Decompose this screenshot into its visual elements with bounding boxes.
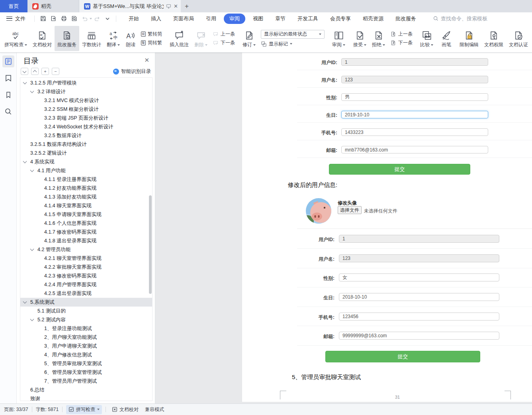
toc-expand-all-button[interactable] [21, 68, 28, 75]
read-aloud-button[interactable]: A 朗读 [123, 25, 139, 52]
compare-button[interactable]: 比较 [417, 25, 436, 52]
prev-comment-button[interactable]: 上一条 [213, 31, 235, 37]
doc-proof-button[interactable]: a- 文档校对 [30, 25, 55, 52]
find-panel-button[interactable] [2, 106, 14, 118]
toc-item[interactable]: 4 系统实现 [20, 157, 152, 166]
file-menu-button[interactable]: 文件 [6, 15, 31, 22]
doc-certification-button[interactable]: 文档认证 [506, 25, 531, 52]
toc-item[interactable]: 5、管理员审批聊天室测试 [20, 359, 152, 368]
accept-button[interactable]: 接受 [350, 25, 369, 52]
redo-button[interactable] [92, 14, 102, 23]
track-changes-button[interactable]: 修订 [240, 25, 258, 52]
trad-to-simp-button[interactable]: 简繁转简 [141, 31, 162, 37]
toc-item[interactable]: 4.1.8 退出登录界面实现 [20, 236, 152, 245]
prev-change-button[interactable]: 上一条 [390, 31, 413, 37]
toc-scrollbar-thumb[interactable] [149, 195, 152, 294]
toc-item[interactable]: 3.2.5 数据库设计 [20, 131, 152, 140]
document-page[interactable]: 用户ID: 1 用户名: 123 性别: 男 生日: 2019-10-10 手机… [242, 53, 532, 402]
menu-page-layout[interactable]: 页面布局 [167, 14, 200, 24]
status-doc-proof-button[interactable]: 文档校对 [110, 405, 141, 414]
restrict-editing-button[interactable]: 限制编辑 [457, 25, 481, 52]
toc-item[interactable]: 3、用户申请聊天室测试 [20, 342, 152, 350]
show-markup-button[interactable]: 显示标记 [261, 41, 325, 47]
next-comment-button[interactable]: 下一条 [213, 39, 235, 46]
menu-docer-res[interactable]: 稻壳资源 [357, 14, 389, 24]
tab-home[interactable]: 首页 [0, 0, 27, 12]
status-spell-check-toggle[interactable]: 拼写检查 [66, 405, 102, 414]
toc-item[interactable]: 5.1 测试目的 [20, 307, 152, 315]
toc-close-icon[interactable]: ✕ [144, 57, 149, 64]
markup-state-dropdown[interactable]: 显示标记的最终状态 [261, 30, 325, 39]
sync-screen-icon[interactable] [166, 4, 171, 9]
toc-item[interactable]: 4.1.2 好友功能界面实现 [20, 184, 152, 193]
toc-item[interactable]: 4.1.6 个人信息界面实现 [20, 219, 152, 228]
menu-section[interactable]: 章节 [269, 14, 291, 24]
toc-item[interactable]: 3.2 详细设计 [20, 87, 152, 96]
toc-zoom-out-button[interactable]: − [52, 68, 59, 75]
simp-to-trad-button[interactable]: 繁简转繁 [141, 39, 162, 46]
menu-correction[interactable]: 批改服务 [389, 14, 422, 24]
undo-button[interactable] [79, 14, 90, 23]
toc-item[interactable]: 3.1.2.5 用户管理模块 [20, 79, 152, 87]
toc-item[interactable]: 6、管理员聊天室管理测试 [20, 368, 152, 377]
toc-item[interactable]: 4.2.2 审批聊天室界面实现 [20, 263, 152, 271]
toc-item[interactable]: 4.2.4 用户管理界面实现 [20, 280, 152, 289]
toc-item[interactable]: 4.1.5 申请聊天室界面实现 [20, 210, 152, 219]
menu-references[interactable]: 引用 [200, 14, 222, 24]
menu-review[interactable]: 审阅 [224, 14, 245, 24]
annotation-panel-button[interactable] [2, 72, 14, 84]
toc-panel-button[interactable] [2, 55, 14, 67]
toolbar-more-icon[interactable] [102, 14, 113, 23]
spell-check-button[interactable]: abc 拼写检查 [2, 25, 30, 52]
toc-item[interactable]: 4.1.4 聊天室界面实现 [20, 201, 152, 210]
delete-comment-button[interactable]: 删除 [192, 25, 210, 52]
toc-item[interactable]: 3.2.4 WebSocket 技术分析设计 [20, 122, 152, 131]
menu-insert[interactable]: 插入 [145, 14, 167, 24]
status-word-count[interactable]: 字数: 5871 [36, 406, 59, 413]
tab-document[interactable]: W 基于SSM+We...与实现 毕业论文 ✕ [79, 0, 181, 12]
toc-item[interactable]: 7、管理员用户管理测试 [20, 377, 152, 385]
review-pane-button[interactable]: 审阅 [329, 25, 348, 52]
correction-service-button[interactable]: 批改服务 [55, 26, 79, 51]
status-page[interactable]: 页面: 33/37 [4, 406, 28, 413]
toc-collapse-all-button[interactable] [31, 68, 39, 75]
toc-item[interactable]: 4.2 管理员功能 [20, 245, 152, 254]
toc-item[interactable]: 4、用户修改信息测试 [20, 350, 152, 359]
toc-item[interactable]: 3.2.2 SSM 框架分析设计 [20, 105, 152, 114]
smart-toc-button[interactable]: 智能识别目录 [113, 68, 151, 75]
toc-item[interactable]: 4.2.3 修改密码界面实现 [20, 271, 152, 280]
new-tab-button[interactable]: + [181, 0, 193, 12]
menu-dev-tools[interactable]: 开发工具 [291, 14, 324, 24]
toc-item[interactable]: 3.2.3 前端 JSP 页面分析设计 [20, 114, 152, 122]
toc-zoom-in-button[interactable]: + [41, 68, 49, 75]
ink-button[interactable]: 画笔 [438, 25, 454, 52]
translate-button[interactable]: a中 翻译 [104, 25, 123, 52]
toc-item[interactable]: 2、用户聊天室功能测试 [20, 333, 152, 342]
toc-item[interactable]: 4.1.3 添加好友功能实现 [20, 193, 152, 201]
command-search[interactable]: 查找命令、搜索模板 [433, 15, 487, 22]
insert-comment-button[interactable]: 插入批注 [167, 25, 192, 52]
toc-item[interactable]: 4.1.1 登录注册界面实现 [20, 175, 152, 184]
doc-permission-button[interactable]: 文档权限 [481, 25, 506, 52]
toc-item[interactable]: 4.1 用户功能 [20, 166, 152, 175]
print-button[interactable] [59, 14, 69, 23]
reject-button[interactable]: 拒绝 [369, 25, 388, 52]
toc-item[interactable]: 4.2.5 退出登录面实现 [20, 289, 152, 298]
toc-item[interactable]: 5.2 测试内容 [20, 315, 152, 324]
toc-item[interactable]: 4.2.1 聊天室管理界面实现 [20, 254, 152, 263]
toc-item[interactable]: 6.总结 [20, 385, 152, 394]
toc-item[interactable]: 1、登录注册功能测试 [20, 324, 152, 333]
toc-item[interactable]: 3.2.5.1 数据库表结构设计 [20, 140, 152, 149]
save-button[interactable] [38, 14, 48, 23]
toc-item-selected[interactable]: 5.系统测试 [20, 298, 152, 307]
toc-item[interactable]: 3.2.5.2 逻辑设计 [20, 149, 152, 157]
menu-home[interactable]: 开始 [123, 14, 145, 24]
toc-item[interactable]: 3.2.1 MVC 模式分析设计 [20, 96, 152, 105]
toc-item[interactable]: 4.1.7 修改密码界面实现 [20, 228, 152, 236]
menu-member[interactable]: 会员专享 [324, 14, 357, 24]
next-change-button[interactable]: 下一条 [390, 39, 413, 46]
tab-close-icon[interactable]: ✕ [174, 3, 178, 9]
bookmark-panel-button[interactable] [2, 89, 14, 101]
export-button[interactable] [48, 14, 59, 23]
word-count-button[interactable]: 字数统计 [79, 25, 104, 52]
